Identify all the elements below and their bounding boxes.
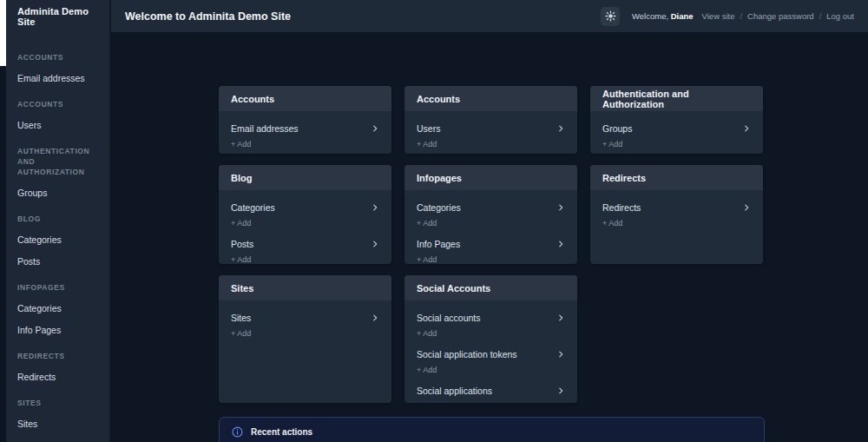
app-card-accounts: AccountsUsers+ Add [404, 86, 577, 154]
model-name: Categories [417, 202, 461, 213]
model-name: Social applications [417, 386, 492, 396]
model-name: Info Pages [417, 239, 460, 249]
model-name: Categories [231, 202, 275, 213]
add-link-groups[interactable]: + Add [602, 140, 751, 148]
sidebar-item-redirects[interactable]: Redirects [17, 372, 98, 383]
chevron-right-icon [556, 240, 565, 248]
sidebar-section-label-sites: SITES [17, 398, 98, 408]
brand-title: Adminita Demo Site [6, 0, 109, 32]
topbar: Welcome to Adminita Demo Site Welcome, D… [111, 0, 868, 32]
add-link-posts[interactable]: + Add [231, 255, 379, 264]
model-name: Users [417, 123, 440, 134]
model-name: Groups [602, 123, 632, 134]
model-name: Sites [231, 313, 251, 323]
chevron-right-icon [556, 350, 565, 359]
app-card-body: Email addresses+ Add [219, 111, 391, 154]
sidebar-item-categories[interactable]: Categories [17, 303, 98, 314]
model-name: Posts [231, 239, 253, 249]
username: Diane [671, 11, 694, 21]
model-link-social-accounts[interactable]: Social accounts [417, 313, 565, 323]
app-card-body: Sites+ Add [219, 300, 391, 345]
app-card-body: Categories+ AddInfo Pages+ Add [404, 190, 577, 264]
add-link-users[interactable]: + Add [417, 140, 565, 148]
model-name: Redirects [602, 202, 641, 213]
chevron-right-icon [556, 124, 565, 133]
sidebar-nav: ACCOUNTSEmail addressesACCOUNTSUsersAUTH… [6, 32, 109, 442]
recent-actions-title: Recent actions [251, 427, 312, 437]
topbar-link-log-out[interactable]: Log out [826, 11, 854, 21]
sidebar-item-sites[interactable]: Sites [17, 419, 98, 430]
link-separator: / [819, 11, 822, 21]
add-link-email-addresses[interactable]: + Add [231, 140, 379, 148]
sidebar-section-label-redirects: REDIRECTS [17, 351, 98, 361]
add-link-redirects[interactable]: + Add [602, 219, 751, 228]
model-link-redirects[interactable]: Redirects [602, 202, 751, 213]
app-card-body: Social accounts+ AddSocial application t… [404, 300, 577, 403]
topbar-links: View site/Change password/Log out [702, 11, 854, 21]
chevron-right-icon [742, 203, 751, 212]
chevron-right-icon [371, 240, 379, 248]
app-card-title: Sites [219, 275, 391, 300]
model-link-social-applications[interactable]: Social applications [417, 386, 565, 396]
chevron-right-icon [556, 313, 565, 322]
model-link-sites[interactable]: Sites [231, 313, 379, 323]
model-link-users[interactable]: Users [417, 123, 565, 134]
add-link-categories[interactable]: + Add [417, 219, 565, 228]
model-link-email-addresses[interactable]: Email addresses [231, 123, 379, 134]
model-link-categories[interactable]: Categories [231, 202, 379, 213]
info-icon [232, 426, 243, 438]
link-separator: / [740, 11, 742, 21]
sidebar-item-categories[interactable]: Categories [17, 234, 98, 246]
add-link-categories[interactable]: + Add [231, 219, 379, 228]
app-card-body: Categories+ AddPosts+ Add [219, 190, 391, 264]
add-link-info-pages[interactable]: + Add [417, 255, 565, 264]
app-card-title: Authentication and Authorization [590, 86, 763, 111]
model-link-categories[interactable]: Categories [417, 202, 565, 213]
add-link-social-applications[interactable]: + Add [417, 402, 565, 403]
app-card-title: Accounts [404, 86, 577, 111]
model-name: Email addresses [231, 123, 299, 134]
app-card-social-accounts: Social AccountsSocial accounts+ AddSocia… [404, 275, 577, 403]
model-name: Social accounts [417, 313, 481, 323]
app-card-title: Infopages [404, 165, 577, 190]
sidebar-section-label-accounts: ACCOUNTS [17, 52, 98, 63]
sidebar-item-groups[interactable]: Groups [17, 188, 98, 199]
chevron-right-icon [371, 203, 379, 212]
add-link-social-accounts[interactable]: + Add [417, 329, 565, 338]
app-card-body: Groups+ Add [590, 111, 763, 154]
chevron-right-icon [556, 386, 565, 395]
chevron-right-icon [742, 124, 751, 133]
model-link-social-application-tokens[interactable]: Social application tokens [417, 349, 565, 360]
sidebar-section-label-blog: BLOG [17, 214, 98, 224]
sidebar-item-posts[interactable]: Posts [17, 256, 98, 267]
sidebar-section-label-authentication-and-authorization: AUTHENTICATION AND AUTHORIZATION [17, 146, 98, 177]
sidebar-item-email-addresses[interactable]: Email addresses [17, 73, 98, 84]
sidebar-item-users[interactable]: Users [17, 120, 98, 131]
sidebar-section-label-accounts: ACCOUNTS [17, 99, 98, 109]
app-card-body: Users+ Add [404, 111, 577, 154]
model-link-posts[interactable]: Posts [231, 239, 379, 249]
app-card-sites: SitesSites+ Add [219, 275, 391, 403]
window-edge-artifact [0, 0, 6, 66]
app-card-blog: BlogCategories+ AddPosts+ Add [219, 165, 391, 264]
app-card-accounts: AccountsEmail addresses+ Add [219, 86, 391, 154]
sidebar-item-info-pages[interactable]: Info Pages [17, 325, 98, 336]
theme-toggle-button[interactable] [601, 7, 620, 26]
app-card-title: Social Accounts [404, 275, 577, 300]
add-link-social-application-tokens[interactable]: + Add [417, 366, 565, 374]
recent-actions-panel: Recent actions [219, 417, 765, 442]
model-link-info-pages[interactable]: Info Pages [417, 239, 565, 249]
welcome-text: Welcome, Diane [632, 11, 694, 21]
topbar-controls: Welcome, Diane View site/Change password… [601, 7, 854, 26]
app-card-redirects: RedirectsRedirects+ Add [590, 165, 763, 264]
app-card-title: Redirects [590, 165, 763, 190]
chevron-right-icon [371, 124, 379, 133]
model-link-groups[interactable]: Groups [602, 123, 751, 134]
topbar-link-view-site[interactable]: View site [702, 11, 735, 21]
app-card-authentication-and-authorization: Authentication and AuthorizationGroups+ … [590, 86, 763, 154]
topbar-link-change-password[interactable]: Change password [747, 11, 814, 21]
add-link-sites[interactable]: + Add [231, 329, 379, 338]
app-card-title: Accounts [219, 86, 391, 111]
sidebar: Adminita Demo Site ACCOUNTSEmail address… [6, 0, 110, 442]
chevron-right-icon [371, 313, 379, 322]
